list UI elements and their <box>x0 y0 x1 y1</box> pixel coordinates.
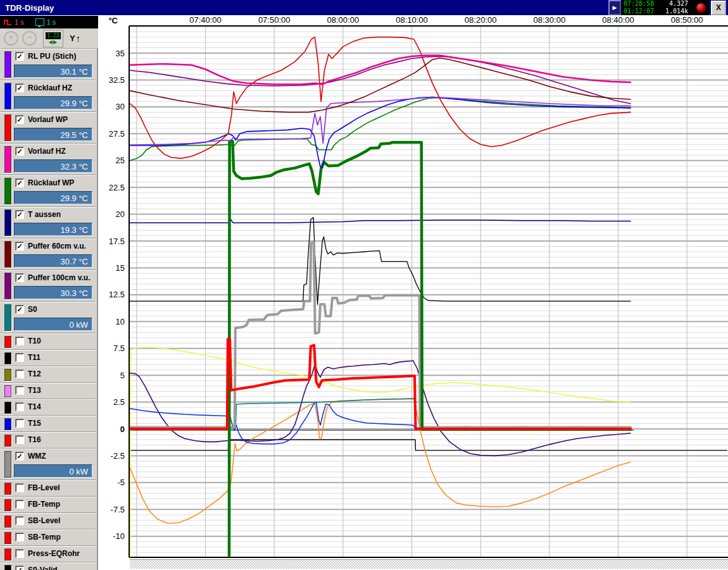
x-axis-tick-label: 07:40:00 <box>189 15 222 25</box>
y-axis-tick-label: 12.5 <box>109 290 125 299</box>
y-axis-tick-label: 30 <box>116 102 125 111</box>
y-axis-tick-label: -7.5 <box>111 505 125 514</box>
y-axis-tick-label: 25 <box>116 156 125 165</box>
x-axis-tick-label: 08:10:00 <box>396 15 428 25</box>
y-axis-tick-label: 5 <box>120 371 125 380</box>
y-axis-tick-label: 15 <box>116 263 125 273</box>
y-axis-tick-label: -2.5 <box>111 451 125 461</box>
x-axis-tick-label: 08:20:00 <box>465 15 497 25</box>
x-axis-tick-label: 08:00:00 <box>327 15 360 25</box>
y-axis-tick-label: 20 <box>116 209 125 219</box>
y-axis-tick-label: 7.5 <box>113 344 125 353</box>
y-axis-tick-label: 0 <box>120 424 125 434</box>
x-axis-tick-label: 07:50:00 <box>258 15 291 25</box>
y-axis-tick-label: 22.5 <box>109 183 125 192</box>
chart-hscrollbar[interactable] <box>130 559 728 569</box>
y-axis-tick-label: 35 <box>116 49 125 58</box>
y-axis-tick-label: 17.5 <box>109 237 125 246</box>
y-axis-tick-label: -10 <box>113 531 125 541</box>
y-axis-tick-label: 2.5 <box>113 397 125 407</box>
y-axis-unit-label: °C <box>108 16 118 25</box>
y-axis-tick-label: 32.5 <box>109 75 125 85</box>
y-axis-tick-label: -5 <box>117 478 125 487</box>
x-axis-tick-label: 08:30:00 <box>534 15 566 25</box>
y-axis-tick-label: 10 <box>116 317 125 326</box>
chart-svg: °C07:40:0007:50:0008:00:0008:10:0008:20:… <box>0 0 728 570</box>
x-axis-tick-label: 08:40:00 <box>602 15 634 25</box>
chart-plot-area[interactable] <box>130 26 728 557</box>
x-axis-tick-label: 08:50:00 <box>671 15 703 25</box>
y-axis-tick-label: 27.5 <box>109 129 125 139</box>
tdr-display-window: { "titlebar": { "title": "TDR-Display", … <box>0 0 728 570</box>
